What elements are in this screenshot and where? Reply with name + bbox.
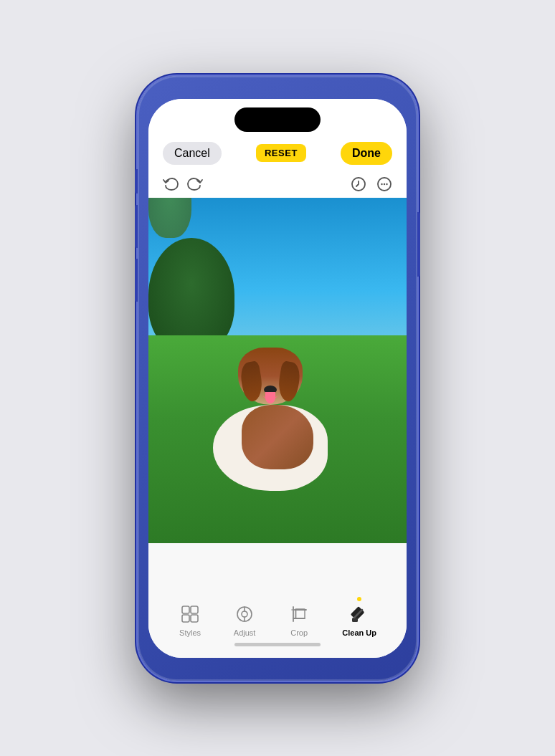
photo-scene xyxy=(148,198,407,543)
styles-label: Styles xyxy=(179,628,201,637)
toolbar-left xyxy=(163,176,203,192)
tree-group xyxy=(148,198,234,353)
tool-crop[interactable]: Crop xyxy=(288,603,310,637)
photo-area xyxy=(148,198,407,543)
mute-button[interactable] xyxy=(135,169,138,193)
home-indicator xyxy=(234,643,321,646)
toolbar-right xyxy=(351,176,392,192)
svg-point-2 xyxy=(381,183,382,184)
dog xyxy=(199,340,342,491)
tool-adjust[interactable]: Adjust xyxy=(233,603,256,637)
adjust-label: Adjust xyxy=(234,628,256,637)
styles-icon xyxy=(179,603,201,626)
svg-point-4 xyxy=(386,183,387,184)
bottom-toolbar: Styles Adjust xyxy=(148,597,407,637)
crop-label: Crop xyxy=(290,628,308,637)
phone-screen: Cancel RESET Done xyxy=(148,99,407,658)
dog-ear-left xyxy=(238,360,265,403)
more-icon xyxy=(376,176,392,192)
trees xyxy=(148,215,407,353)
volume-up-button[interactable] xyxy=(135,205,138,248)
svg-rect-7 xyxy=(182,615,189,622)
power-button[interactable] xyxy=(417,212,420,277)
dog-ear-right xyxy=(275,360,302,403)
undo-icon xyxy=(163,176,179,192)
svg-point-10 xyxy=(242,611,247,617)
svg-rect-13 xyxy=(295,609,305,618)
tool-cleanup[interactable]: Clean Up xyxy=(342,603,376,637)
dog-tongue xyxy=(265,392,275,403)
dog-body-brown xyxy=(242,405,313,469)
cleanup-label: Clean Up xyxy=(342,628,376,637)
edit-toolbar xyxy=(148,172,407,198)
tool-styles[interactable]: Styles xyxy=(179,603,201,637)
svg-rect-15 xyxy=(352,618,358,622)
phone-frame: Cancel RESET Done xyxy=(138,76,417,681)
dynamic-island xyxy=(234,107,321,132)
svg-rect-8 xyxy=(191,615,198,622)
redo-button[interactable] xyxy=(187,176,203,192)
done-button[interactable]: Done xyxy=(341,142,392,165)
undo-button[interactable] xyxy=(163,176,179,192)
active-indicator xyxy=(357,597,361,601)
crop-icon xyxy=(288,603,310,626)
cleanup-icon xyxy=(348,603,371,626)
dog-head xyxy=(238,348,303,405)
tree-mid xyxy=(148,198,191,239)
adjust-icon xyxy=(233,603,256,626)
svg-point-3 xyxy=(384,183,385,184)
cancel-button[interactable]: Cancel xyxy=(163,142,222,165)
reset-button[interactable]: RESET xyxy=(256,144,306,162)
volume-down-button[interactable] xyxy=(135,259,138,302)
redo-icon xyxy=(187,176,203,192)
markup-button[interactable] xyxy=(351,176,366,192)
svg-rect-6 xyxy=(191,606,198,613)
svg-rect-5 xyxy=(182,606,189,613)
markup-icon xyxy=(351,176,366,192)
bottom-panel: Styles Adjust xyxy=(148,543,407,658)
more-button[interactable] xyxy=(376,176,392,192)
